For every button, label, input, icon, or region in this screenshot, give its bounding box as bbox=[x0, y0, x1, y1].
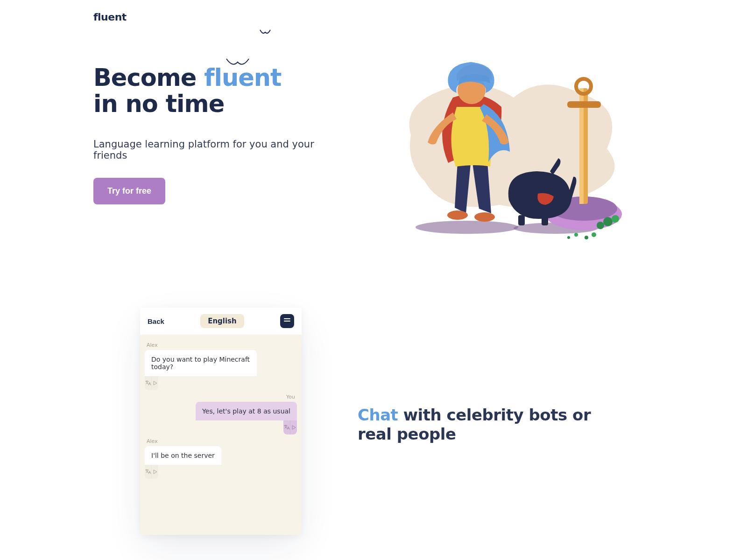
chat-bubble: Yes, let's play at 8 as usual bbox=[196, 402, 297, 420]
bird-decoration-icon bbox=[226, 58, 249, 68]
svg-point-15 bbox=[447, 210, 468, 220]
hero-title-accent: fluent bbox=[204, 64, 281, 91]
chat-menu-button[interactable] bbox=[280, 314, 294, 328]
section-chat-title-accent: Chat bbox=[358, 406, 398, 424]
play-icon bbox=[152, 380, 158, 386]
chat-sender-label: You bbox=[286, 394, 295, 400]
hero-subtitle: Language learning platform for you and y… bbox=[93, 139, 345, 161]
chat-back-button[interactable]: Back bbox=[148, 317, 164, 325]
chat-message: Alex Do you want to play Minecraft today… bbox=[145, 338, 297, 390]
svg-point-16 bbox=[474, 212, 495, 222]
chat-sender-label: Alex bbox=[147, 342, 158, 348]
svg-rect-13 bbox=[518, 215, 525, 225]
brand-logo[interactable]: fluent bbox=[93, 11, 654, 23]
svg-rect-14 bbox=[542, 215, 548, 225]
translate-button[interactable] bbox=[145, 376, 151, 390]
try-for-free-button[interactable]: Try for free bbox=[93, 178, 165, 204]
chat-language-chip[interactable]: English bbox=[200, 314, 244, 328]
translate-button[interactable] bbox=[145, 465, 151, 479]
bird-decoration-icon bbox=[260, 29, 271, 37]
svg-point-8 bbox=[603, 217, 613, 226]
translate-icon bbox=[283, 424, 290, 431]
translate-icon bbox=[145, 469, 151, 475]
svg-point-18 bbox=[592, 232, 596, 237]
chat-message: Alex I'll be on the server bbox=[145, 434, 297, 479]
translate-button[interactable] bbox=[283, 420, 290, 434]
play-icon bbox=[152, 469, 158, 475]
play-audio-button[interactable] bbox=[151, 376, 158, 390]
section-chat-title: Chat with celebrity bots or real people bbox=[358, 406, 619, 444]
svg-point-10 bbox=[597, 222, 604, 229]
play-audio-button[interactable] bbox=[290, 420, 297, 434]
svg-point-20 bbox=[574, 233, 578, 237]
play-icon bbox=[290, 424, 297, 431]
svg-point-21 bbox=[567, 236, 570, 239]
play-audio-button[interactable] bbox=[151, 465, 158, 479]
svg-rect-6 bbox=[567, 101, 601, 108]
menu-icon bbox=[284, 321, 290, 322]
chat-bubble: Do you want to play Minecraft today? bbox=[145, 350, 257, 376]
chat-sender-label: Alex bbox=[147, 438, 158, 444]
svg-point-9 bbox=[612, 215, 619, 223]
hero-illustration bbox=[383, 46, 654, 242]
svg-point-19 bbox=[585, 236, 588, 239]
chat-preview-card: Back English Alex Do you want to play Mi… bbox=[140, 308, 302, 535]
svg-point-0 bbox=[416, 221, 518, 234]
translate-icon bbox=[145, 380, 151, 386]
chat-bubble: I'll be on the server bbox=[145, 446, 221, 465]
hero-title-line2: in no time bbox=[93, 90, 224, 118]
hero-title: Become fluent in no time bbox=[93, 65, 345, 117]
hero-title-prefix: Become bbox=[93, 64, 204, 91]
chat-message: You Yes, let's play at 8 as usual bbox=[145, 390, 297, 434]
